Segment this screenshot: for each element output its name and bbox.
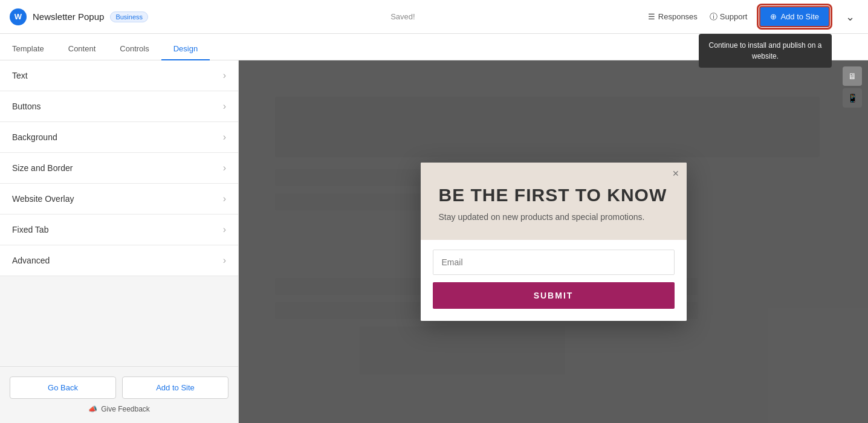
support-label: Support (720, 12, 748, 21)
tab-controls[interactable]: Controls (108, 38, 161, 60)
add-to-site-tooltip: Continue to install and publish on a web… (699, 34, 832, 68)
sidebar-items: Text › Buttons › Background › Size and B… (0, 60, 238, 366)
responses-link[interactable]: ☰ Responses (648, 12, 698, 21)
popup-header: ✕ BE THE FIRST TO KNOW Stay updated on n… (421, 163, 687, 240)
popup-close-icon[interactable]: ✕ (672, 169, 679, 178)
header-logo: W Newsletter Popup Business (10, 8, 148, 25)
feedback-label: Give Feedback (101, 405, 150, 413)
sidebar-item-background[interactable]: Background › (0, 122, 238, 153)
support-link[interactable]: ⓘ Support (710, 11, 748, 22)
advanced-label: Advanced (12, 256, 50, 265)
footer-buttons: Go Back Add to Site (10, 376, 228, 399)
chevron-right-icon: › (223, 70, 226, 81)
tab-content[interactable]: Content (56, 38, 108, 60)
business-badge: Business (110, 11, 148, 22)
feedback-link[interactable]: 📣 Give Feedback (10, 405, 228, 413)
sidebar: Text › Buttons › Background › Size and B… (0, 60, 239, 423)
add-icon: ⊕ (770, 12, 777, 21)
popup-title: BE THE FIRST TO KNOW (439, 184, 669, 206)
go-back-button[interactable]: Go Back (10, 376, 116, 399)
sidebar-item-fixed-tab[interactable]: Fixed Tab › (0, 215, 238, 245)
popup-overlay: ✕ BE THE FIRST TO KNOW Stay updated on n… (239, 60, 868, 423)
desktop-view-button[interactable]: 🖥 (843, 66, 862, 86)
sidebar-footer: Go Back Add to Site 📣 Give Feedback (0, 366, 238, 423)
list-icon: ☰ (648, 12, 655, 21)
chevron-right-icon: › (223, 255, 226, 266)
popup-modal: ✕ BE THE FIRST TO KNOW Stay updated on n… (421, 163, 687, 321)
fixed-tab-label: Fixed Tab (12, 225, 48, 234)
chevron-right-icon: › (223, 101, 226, 112)
tooltip-text: Continue to install and publish on a web… (709, 41, 822, 60)
sidebar-item-size-border[interactable]: Size and Border › (0, 153, 238, 184)
add-to-site-label: Add to Site (780, 12, 819, 21)
popup-subtitle: Stay updated on new products and special… (439, 212, 669, 222)
tab-template[interactable]: Template (0, 38, 56, 60)
sidebar-item-advanced[interactable]: Advanced › (0, 245, 238, 276)
mobile-view-button[interactable]: 📱 (843, 88, 862, 108)
sidebar-item-buttons[interactable]: Buttons › (0, 91, 238, 122)
header-right: ☰ Responses ⓘ Support ⊕ Add to Site ⌄ (648, 6, 858, 27)
app-title: Newsletter Popup (33, 11, 104, 22)
chevron-right-icon: › (223, 224, 226, 235)
website-overlay-label: Website Overlay (12, 194, 74, 204)
chevron-right-icon: › (223, 193, 226, 204)
feedback-icon: 📣 (88, 405, 97, 413)
sidebar-item-text[interactable]: Text › (0, 60, 238, 91)
canvas-area: ✕ BE THE FIRST TO KNOW Stay updated on n… (239, 60, 868, 423)
chevron-right-icon: › (223, 132, 226, 143)
help-icon: ⓘ (710, 11, 717, 22)
device-switcher: 🖥 📱 (843, 66, 862, 108)
responses-label: Responses (658, 12, 698, 21)
saved-status: Saved! (158, 12, 648, 21)
popup-body: SUBMIT (421, 240, 687, 321)
footer-add-to-site-button[interactable]: Add to Site (122, 376, 228, 399)
add-to-site-button[interactable]: ⊕ Add to Site (759, 6, 830, 27)
tab-design[interactable]: Design (161, 38, 210, 60)
main-layout: Text › Buttons › Background › Size and B… (0, 60, 868, 423)
buttons-label: Buttons (12, 102, 40, 111)
logo-icon: W (10, 8, 27, 25)
submit-button[interactable]: SUBMIT (433, 282, 675, 309)
background-label: Background (12, 132, 57, 142)
email-input[interactable] (433, 250, 675, 275)
sidebar-item-website-overlay[interactable]: Website Overlay › (0, 184, 238, 215)
header: W Newsletter Popup Business Saved! ☰ Res… (0, 0, 868, 34)
size-border-label: Size and Border (12, 163, 73, 173)
chevron-right-icon: › (223, 163, 226, 173)
dropdown-arrow-icon[interactable]: ⌄ (842, 10, 858, 24)
text-label: Text (12, 71, 28, 80)
